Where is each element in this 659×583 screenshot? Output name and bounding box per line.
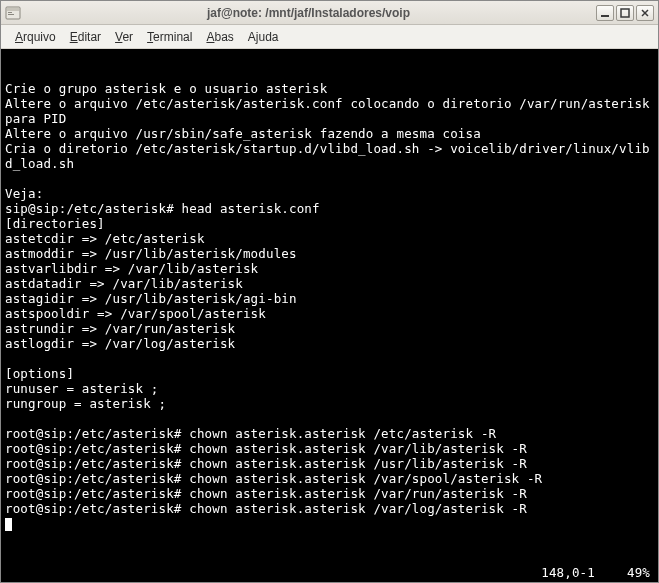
window: jaf@note: /mnt/jaf/Instaladores/voip Arq… (0, 0, 659, 583)
terminal[interactable]: Crie o grupo asterisk e o usuario asteri… (1, 49, 658, 582)
window-buttons (596, 5, 654, 21)
status-position: 148,0-1 (541, 565, 595, 580)
menu-label: erminal (153, 30, 192, 44)
close-button[interactable] (636, 5, 654, 21)
svg-rect-1 (7, 8, 19, 11)
svg-rect-5 (621, 9, 629, 17)
app-icon (5, 5, 21, 21)
menu-arquivo[interactable]: Arquivo (9, 28, 62, 46)
svg-rect-3 (8, 14, 14, 15)
menu-editar[interactable]: Editar (64, 28, 107, 46)
menubar: Arquivo Editar Ver Terminal Abas Ajuda (1, 25, 658, 49)
menu-label: uda (259, 30, 279, 44)
titlebar: jaf@note: /mnt/jaf/Instaladores/voip (1, 1, 658, 25)
menu-ver[interactable]: Ver (109, 28, 139, 46)
status-line: 148,0-1 49% (541, 565, 650, 580)
svg-rect-4 (601, 15, 609, 17)
terminal-cursor (5, 518, 12, 531)
menu-label: er (122, 30, 133, 44)
menu-label: ditar (78, 30, 101, 44)
window-title: jaf@note: /mnt/jaf/Instaladores/voip (25, 6, 592, 20)
menu-label: bas (214, 30, 233, 44)
terminal-output: Crie o grupo asterisk e o usuario asteri… (5, 81, 654, 516)
svg-rect-2 (8, 12, 12, 13)
menu-abas[interactable]: Abas (200, 28, 239, 46)
menu-terminal[interactable]: Terminal (141, 28, 198, 46)
menu-label: rquivo (23, 30, 56, 44)
status-percent: 49% (627, 565, 650, 580)
maximize-button[interactable] (616, 5, 634, 21)
minimize-button[interactable] (596, 5, 614, 21)
menu-ajuda[interactable]: Ajuda (242, 28, 285, 46)
